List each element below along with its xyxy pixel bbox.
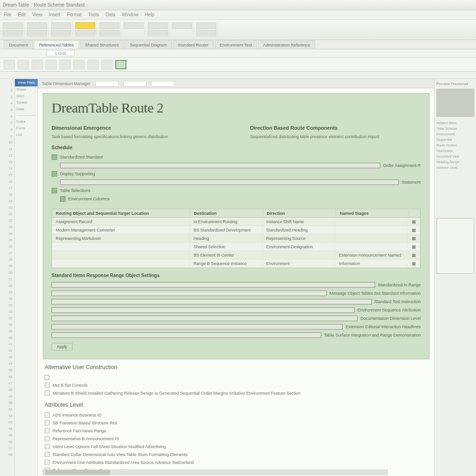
list-item[interactable]: Representative B Announcement IS (45, 435, 428, 443)
list-item[interactable]: Environment Sequence Attribution (52, 306, 421, 314)
ribbon-button[interactable] (196, 30, 216, 36)
fmt-button-selected[interactable] (115, 60, 126, 69)
rp-item[interactable]: Instance Level (436, 166, 474, 172)
fmt-button[interactable] (46, 60, 57, 69)
table-header-icon[interactable] (409, 209, 420, 217)
tree-item[interactable]: Statement (52, 178, 421, 186)
ribbon-highlight-button[interactable] (75, 22, 95, 29)
fmt-button[interactable] (18, 60, 29, 69)
row-action-icon[interactable]: ▦ (408, 226, 420, 234)
table-row[interactable]: Shared SelectionEnvironment Designation▦ (52, 243, 420, 251)
rp-item[interactable]: Document View (436, 155, 474, 160)
list-item[interactable]: Message Object Tables Set Standard Infor… (52, 289, 421, 298)
fmt-button[interactable] (87, 60, 99, 69)
ribbon-button[interactable] (99, 30, 119, 36)
list-item[interactable]: Standardized In Range (52, 281, 421, 289)
tree-item[interactable]: Environment Columns (52, 195, 421, 203)
rp-item[interactable]: Table Scheme (436, 127, 474, 132)
nav-item[interactable]: Tables (15, 99, 38, 106)
table-row[interactable]: Range B Sequence InstanceEnvironment▦ (52, 259, 420, 268)
ribbon-button[interactable] (75, 30, 95, 36)
list-item[interactable]: Extension Editorial Interaction Headline… (52, 323, 421, 331)
ribbon-button[interactable] (27, 22, 47, 29)
table-row[interactable]: Modern Management ConverterBS Standardiz… (52, 226, 420, 234)
list-item[interactable]: SB Transition Based Structure Res (45, 419, 428, 427)
ribbon-button[interactable] (27, 30, 47, 36)
menu-view[interactable]: View (32, 12, 42, 17)
tab-environment[interactable]: Environment Test (215, 40, 257, 49)
horizontal-scrollbar[interactable] (43, 469, 388, 475)
tab-standard[interactable]: Standard Router (173, 40, 214, 49)
preview-thumbnail[interactable] (436, 89, 474, 117)
row-action-icon[interactable]: ▦ (408, 218, 420, 225)
menu-file[interactable]: File (4, 12, 11, 17)
scrollbar-thumb[interactable] (45, 470, 110, 475)
menu-data[interactable]: Data (106, 12, 115, 17)
list-item[interactable]: Standard Test Instruction (52, 298, 421, 306)
tree-item[interactable]: Display Supporting (52, 170, 421, 178)
row-action-icon[interactable]: ▦ (408, 243, 420, 251)
ribbon-button[interactable] (172, 22, 192, 29)
menu-insert[interactable]: Insert (49, 12, 60, 17)
table-row[interactable]: BS Element th CenterExtension Announceme… (52, 251, 420, 259)
row-action-icon[interactable]: ▦ (408, 259, 420, 267)
list-item[interactable]: ADS Instance Business ID (45, 411, 428, 419)
table-row[interactable]: Representing MarkdownHeadingRepresenting… (52, 234, 420, 243)
ribbon-button[interactable] (51, 22, 71, 29)
list-item[interactable]: Met B Set Controls (45, 381, 428, 389)
doc-toolbar-field[interactable] (123, 81, 146, 86)
table-header[interactable]: Direction (263, 209, 336, 217)
rp-item[interactable]: Environment (436, 132, 474, 138)
fmt-button[interactable] (4, 60, 15, 69)
fmt-button[interactable] (60, 60, 71, 69)
table-row[interactable]: Assignment RecordIn Environment RoutingI… (52, 218, 420, 226)
tree-item[interactable]: Order Assignment R (52, 161, 421, 170)
nav-item[interactable]: Form (15, 125, 38, 132)
fmt-button[interactable] (73, 60, 85, 69)
nav-item[interactable]: Start (15, 93, 38, 99)
nav-item[interactable]: List (15, 132, 38, 138)
menu-format[interactable]: Format (67, 12, 82, 17)
rp-item[interactable]: Distribution (436, 149, 474, 155)
ribbon-button[interactable] (196, 22, 216, 29)
secondary-thumbnail[interactable] (436, 218, 474, 274)
rp-item[interactable]: Related Items (436, 121, 474, 127)
rp-item[interactable]: Sequential (436, 138, 474, 144)
menu-edit[interactable]: Edit (18, 12, 26, 17)
doc-toolbar-field[interactable] (151, 81, 174, 86)
table-header[interactable]: Routing Object and Sequential Target Loc… (52, 209, 190, 217)
row-action-icon[interactable]: ▦ (408, 251, 420, 259)
list-item[interactable]: Environment One Attributes Standardized … (45, 458, 428, 466)
menu-window[interactable]: Window (122, 12, 139, 17)
menu-help[interactable]: Help (145, 12, 155, 17)
table-header[interactable]: Destination (190, 209, 263, 217)
tab-document[interactable]: Document (4, 40, 33, 49)
tab-sequential[interactable]: Sequential Diagram (125, 40, 172, 49)
list-item[interactable]: Miniature B Shield Installed Gathering R… (45, 389, 428, 397)
list-item[interactable]: Table Surface Integration and Range Demo… (52, 331, 421, 339)
checkbox-icon[interactable] (45, 375, 49, 380)
list-item[interactable]: Documentation Dimension Level (52, 314, 421, 323)
table-header[interactable]: Named Stages (336, 209, 409, 217)
tab-admin[interactable]: Administration Reference (258, 40, 315, 49)
nav-item[interactable]: Sheet (15, 86, 38, 93)
list-item[interactable] (45, 373, 428, 381)
list-item[interactable]: Standard Dollar Dimensional Auto View Ta… (45, 450, 428, 458)
ribbon-button[interactable] (51, 30, 71, 36)
cell-indicator[interactable]: 1 Grid (46, 50, 74, 56)
doc-toolbar-field[interactable] (95, 81, 119, 86)
apply-button[interactable]: Apply (52, 343, 73, 350)
list-item[interactable]: Reference Fact News Range (45, 427, 428, 435)
ribbon-button[interactable] (148, 30, 168, 36)
nav-item[interactable]: Index (15, 119, 38, 125)
tab-referenced[interactable]: Referenced Tables (34, 40, 79, 49)
ribbon-button[interactable] (99, 22, 119, 29)
tab-shared[interactable]: Shared Structures (80, 40, 124, 49)
ribbon-button[interactable] (3, 30, 23, 36)
row-action-icon[interactable]: ▦ (408, 234, 420, 242)
fmt-button[interactable] (101, 60, 112, 69)
ribbon-button[interactable] (3, 22, 23, 29)
rp-item[interactable]: Route Section (436, 144, 474, 149)
fmt-button[interactable] (32, 60, 43, 69)
ribbon-button[interactable] (124, 22, 144, 29)
